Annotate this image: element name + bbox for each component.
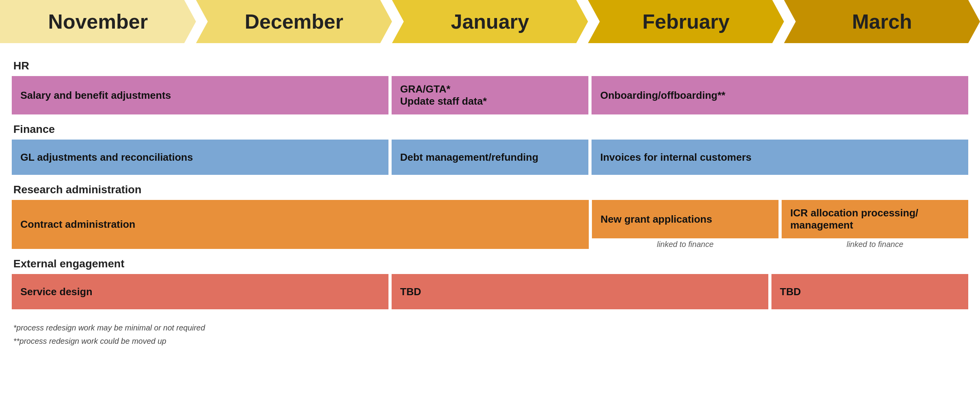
external-row: Service design TBD TBD: [12, 274, 968, 309]
hr-row: Salary and benefit adjustments GRA/GTA* …: [12, 76, 968, 114]
section-label-hr: HR: [12, 60, 968, 72]
section-label-finance: Finance: [12, 123, 968, 136]
research-block-grant-wrapper: New grant applications linked to finance: [592, 200, 779, 249]
external-block-tbd2: TBD: [771, 274, 968, 309]
research-block-grant: New grant applications: [592, 200, 779, 238]
research-block-icr-wrapper: ICR allocation processing/ management li…: [782, 200, 968, 249]
research-block-contract: Contract administration: [12, 200, 589, 249]
footer-note1: *process redesign work may be minimal or…: [13, 321, 968, 334]
research-block-icr: ICR allocation processing/ management: [782, 200, 968, 238]
finance-block-debt: Debt management/refunding: [392, 140, 588, 175]
month-november: November: [0, 0, 196, 43]
section-label-external: External engagement: [12, 258, 968, 270]
footer-note2: **process redesign work could be moved u…: [13, 334, 968, 348]
hr-block-salary: Salary and benefit adjustments: [12, 76, 388, 114]
month-january: January: [392, 0, 588, 43]
section-label-research: Research administration: [12, 183, 968, 196]
hr-block-gra: GRA/GTA* Update staff data*: [392, 76, 588, 114]
month-december: December: [196, 0, 392, 43]
month-february: February: [588, 0, 784, 43]
research-grant-note: linked to finance: [592, 238, 779, 249]
finance-row: GL adjustments and reconciliations Debt …: [12, 140, 968, 175]
month-march: March: [784, 0, 980, 43]
hr-block-onboarding: Onboarding/offboarding**: [592, 76, 968, 114]
external-block-service: Service design: [12, 274, 388, 309]
research-row: Contract administration New grant applic…: [12, 200, 968, 249]
main-content: HR Salary and benefit adjustments GRA/GT…: [0, 43, 980, 356]
timeline-header: November December January February March: [0, 0, 980, 43]
footer-notes: *process redesign work may be minimal or…: [12, 321, 968, 348]
finance-block-gl: GL adjustments and reconciliations: [12, 140, 388, 175]
external-block-tbd1: TBD: [392, 274, 768, 309]
research-icr-note: linked to finance: [782, 238, 968, 249]
finance-block-invoices: Invoices for internal customers: [592, 140, 968, 175]
